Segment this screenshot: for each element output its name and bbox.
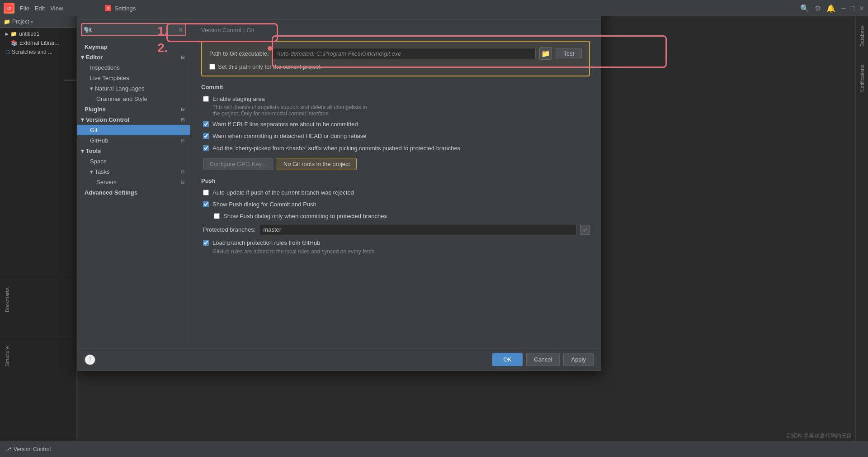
show-push-dialog-row: Show Push dialog for Commit and Push (201, 200, 590, 209)
project-panel-title: Project (12, 19, 29, 25)
apply-button[interactable]: Apply (563, 353, 594, 366)
git-path-input[interactable] (273, 48, 536, 59)
footer-buttons: OK Cancel Apply (492, 353, 594, 366)
push-section-title: Push (201, 177, 590, 184)
auto-update-push-row: Auto-update if push of the current branc… (201, 189, 590, 197)
notifications-icon[interactable]: 🔔 (826, 4, 835, 13)
nav-item-live-templates[interactable]: Live Templates (77, 73, 190, 83)
search-icon-inner: 🔍 (84, 27, 90, 33)
show-push-dialog-checkbox[interactable] (203, 201, 209, 207)
enable-staging-row: Enable staging area This will disable ch… (201, 95, 590, 117)
git-path-label: Path to Git executable: (209, 50, 269, 57)
git-path-current-project-label: Set this path only for the current proje… (218, 63, 321, 70)
nav-item-github[interactable]: GitHub ⊟ (77, 135, 190, 146)
warn-crlf-label: Warn if CRLF line separators are about t… (212, 120, 358, 129)
bookmarks-label: Bookmarks (2, 282, 13, 318)
menu-view[interactable]: View (50, 5, 63, 12)
tree-item-libraries[interactable]: 📚 External Librar... (0, 38, 76, 48)
auto-update-push-checkbox[interactable] (203, 190, 209, 195)
svg-text:IJ: IJ (107, 7, 109, 10)
minimize-button[interactable]: ─ (841, 5, 846, 11)
side-panel-project[interactable] (64, 80, 77, 81)
topbar-right: 🔍 ⚙ 🔔 ─ □ ✕ (800, 4, 864, 13)
project-panel-dropdown[interactable]: ▾ (31, 19, 33, 24)
tree-item-scratches[interactable]: ⬡ Scratches and ... (0, 48, 76, 57)
vc-icon: ⎇ (5, 446, 12, 452)
watermark: CSDN @喜欢敌代码的王路 (786, 432, 852, 440)
nav-item-tools[interactable]: ▾ Tools (77, 146, 190, 156)
cancel-button[interactable]: Cancel (526, 353, 560, 366)
menu-file[interactable]: File (20, 5, 29, 12)
tree-item-untitled1[interactable]: ▶ 📁 untitled1 (0, 29, 76, 38)
load-branch-protection-row: Load branch protection rules from GitHub… (201, 239, 590, 254)
nav-item-plugins[interactable]: Plugins ⊟ (77, 104, 190, 114)
version-control-panel[interactable]: ⎇ Version Control (5, 446, 51, 452)
bookmarks-panel[interactable]: Bookmarks (0, 278, 76, 321)
git-path-current-project-checkbox[interactable] (209, 64, 215, 70)
load-branch-protection-checkbox[interactable] (203, 240, 209, 246)
show-push-protected-checkbox[interactable] (214, 213, 220, 219)
right-panel: Database Notifications (855, 16, 868, 457)
git-test-button[interactable]: Test (556, 48, 582, 59)
nav-item-space[interactable]: Space (77, 156, 190, 167)
settings-icon[interactable]: ⚙ (815, 4, 821, 13)
cherry-picked-label: Add the 'cherry-picked from <hash>' suff… (212, 144, 460, 152)
enable-staging-label: Enable staging area (212, 95, 367, 103)
nav-item-git[interactable]: Git ⊟ (77, 125, 190, 135)
bottom-panel: ⎇ Version Control (0, 441, 868, 457)
show-push-protected-label: Show Push dialog only when committing to… (223, 212, 387, 220)
warn-crlf-checkbox[interactable] (203, 121, 209, 127)
ide-icon-small: IJ (104, 5, 112, 12)
dialog-footer: ? OK Cancel Apply (77, 348, 601, 371)
git-path-browse-button[interactable]: 📁 (539, 47, 552, 60)
ok-button[interactable]: OK (492, 353, 523, 366)
show-push-dialog-label: Show Push dialog for Commit and Push (212, 200, 316, 209)
topbar-menu: File Edit View (20, 5, 63, 12)
show-push-protected-row: Show Push dialog only when committing to… (201, 212, 590, 220)
git-path-section: Path to Git executable: 📁 Test Set this … (201, 41, 590, 76)
structure-label: Structure (2, 341, 13, 372)
settings-dialog: Settings ✕ 🔍 ✕ Keymap ▾ Editor ⊟ (77, 5, 601, 371)
nav-item-advanced-settings[interactable]: Advanced Settings (77, 187, 190, 198)
configure-gpg-button[interactable]: Configure GPG Key... (203, 158, 273, 170)
warn-detached-checkbox[interactable] (203, 133, 209, 139)
nav-item-editor[interactable]: ▾ Editor ⊟ (77, 52, 190, 62)
plugins-settings-icon: ⊟ (181, 107, 184, 112)
close-button[interactable]: ✕ (859, 5, 864, 11)
nav-item-natural-languages[interactable]: ▾ Natural Languages (77, 83, 190, 94)
library-icon: 📚 (11, 40, 18, 46)
commit-btn-row: Configure GPG Key... No Git roots in the… (201, 158, 590, 170)
warn-detached-row: Warn when committing in detached HEAD or… (201, 132, 590, 140)
no-git-roots-button[interactable]: No Git roots in the project (277, 158, 357, 170)
window-controls: ─ □ ✕ (841, 5, 864, 11)
search-box-wrapper: 🔍 ✕ (77, 19, 190, 40)
protected-branches-label: Protected branches: (203, 226, 255, 233)
auto-update-push-label: Auto-update if push of the current branc… (212, 189, 354, 197)
maximize-button[interactable]: □ (850, 5, 855, 11)
cherry-picked-checkbox[interactable] (203, 145, 209, 151)
nav-item-grammar-style[interactable]: Grammar and Style (77, 94, 190, 104)
nav-item-servers[interactable]: Servers ⊟ (77, 177, 190, 187)
nav-item-inspections[interactable]: Inspections (77, 62, 190, 73)
nav-item-tasks[interactable]: ▾ Tasks ⊟ (77, 167, 190, 177)
nav-item-keymap[interactable]: Keymap (77, 42, 190, 52)
menu-edit[interactable]: Edit (35, 5, 45, 12)
structure-panel[interactable]: Structure (0, 337, 76, 376)
enable-staging-checkbox[interactable] (203, 96, 209, 102)
arrow-icon: ▶ (5, 32, 9, 36)
protected-branches-expand-button[interactable]: ⤢ (580, 225, 590, 235)
enable-staging-sublabel: This will disable changelists support an… (212, 104, 367, 117)
nav-item-version-control[interactable]: ▾ Version Control ⊟ (77, 114, 190, 125)
help-button[interactable]: ? (85, 354, 95, 365)
search-clear-icon[interactable]: ✕ (178, 26, 184, 33)
vc-settings-icon: ⊟ (181, 117, 184, 122)
git-settings-icon: ⊟ (181, 128, 184, 133)
protected-branches-row: Protected branches: ⤢ (201, 224, 590, 235)
protected-branches-input[interactable] (259, 224, 576, 235)
notifications-tab[interactable]: Notifications (859, 65, 865, 92)
database-tab[interactable]: Database (859, 25, 865, 47)
search-icon[interactable]: 🔍 (800, 4, 809, 13)
topbar-title: IJ Settings (104, 5, 136, 12)
settings-search-input[interactable] (81, 23, 186, 36)
content-breadcrumb: Version Control › Git (201, 27, 590, 33)
